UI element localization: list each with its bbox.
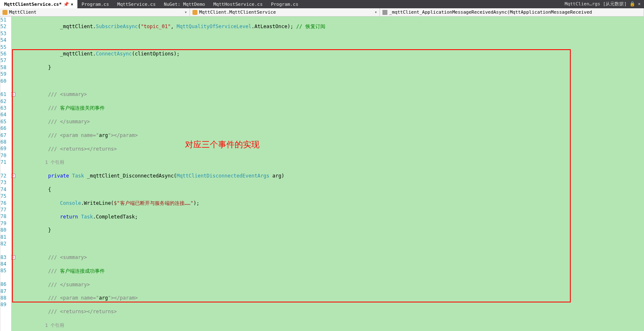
- nav-class[interactable]: MqttClient.MqttClientService▾: [190, 8, 380, 16]
- nav-bar: MqttClient▾ MqttClient.MqttClientService…: [0, 8, 644, 17]
- chevron-down-icon: ▾: [375, 10, 377, 15]
- code-area[interactable]: _mqttClient.SubscribeAsync("topic_01", M…: [11, 17, 644, 331]
- tab-bar: MqttClientService.cs* 📌 × Program.cs Mqt…: [0, 0, 644, 8]
- tab-active[interactable]: MqttClientService.cs* 📌 ×: [0, 0, 77, 8]
- nav-project[interactable]: MqttClient▾: [0, 8, 190, 16]
- editor: 51525354555657585960 6162636465666768697…: [0, 17, 644, 331]
- codelens-references[interactable]: 1 个引用: [12, 160, 64, 165]
- annotation-text: 对应三个事件的实现: [185, 139, 260, 150]
- tab[interactable]: MqttHostService.cs: [209, 0, 267, 8]
- codelens-references[interactable]: 1 个引用: [12, 323, 64, 328]
- csharp-icon: [2, 10, 7, 15]
- chevron-down-icon: ▾: [185, 10, 187, 15]
- fold-icon[interactable]: -: [11, 255, 15, 259]
- tab-metadata[interactable]: MqttClien…rgs [从元数据] 🔒 ×: [561, 0, 644, 8]
- fold-icon[interactable]: -: [11, 92, 15, 96]
- tab[interactable]: Program.cs: [77, 0, 113, 8]
- tab[interactable]: Program.cs: [267, 0, 303, 8]
- tab[interactable]: MqttService.cs: [113, 0, 160, 8]
- line-gutter: 51525354555657585960 6162636465666768697…: [0, 17, 11, 331]
- lock-icon: [382, 10, 387, 15]
- fold-icon[interactable]: -: [11, 174, 15, 178]
- tab[interactable]: NuGet: MqttDemo: [160, 0, 209, 8]
- class-icon: [192, 10, 197, 15]
- nav-member[interactable]: _mqttClient_ApplicationMessageReceivedAs…: [380, 8, 644, 16]
